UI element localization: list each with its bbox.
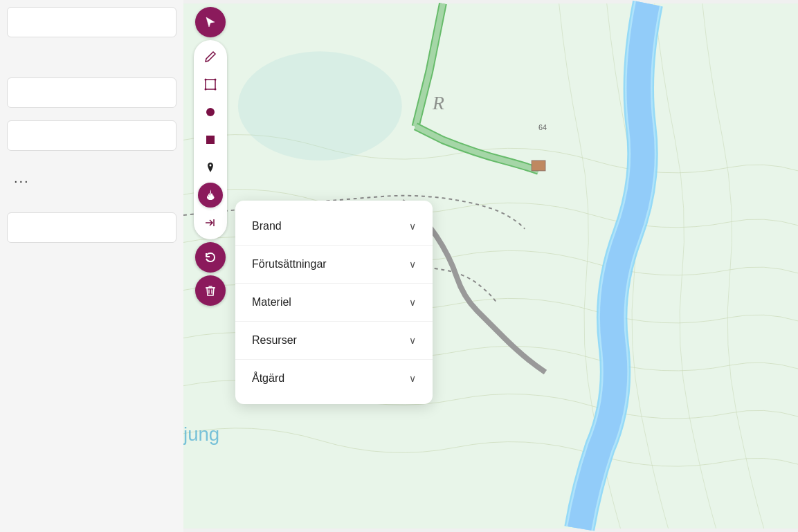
- map-area: R 64 jung: [183, 0, 798, 532]
- dropdown-item-label-forutsattningar: Förutsättningar: [252, 258, 327, 270]
- sidebar-input-2[interactable]: [7, 77, 176, 108]
- pin-tool-button[interactable]: [198, 155, 223, 180]
- polygon-tool-button[interactable]: [198, 72, 223, 97]
- sidebar: ...: [0, 0, 183, 532]
- dropdown-chevron-materiel: ∨: [409, 297, 416, 308]
- dropdown-chevron-atgard: ∨: [409, 373, 416, 384]
- dropdown-item-label-brand: Brand: [252, 220, 282, 232]
- pencil-tool-button[interactable]: [198, 44, 223, 69]
- svg-point-7: [205, 79, 207, 81]
- svg-point-11: [206, 108, 215, 116]
- fire-tool-button[interactable]: [198, 183, 223, 208]
- svg-point-8: [215, 79, 217, 81]
- dropdown-item-resurser[interactable]: Resurser∨: [235, 322, 433, 360]
- dropdown-item-forutsattningar[interactable]: Förutsättningar∨: [235, 246, 433, 284]
- svg-point-2: [238, 51, 402, 160]
- dropdown-item-label-materiel: Materiel: [252, 296, 291, 309]
- dropdown-item-label-resurser: Resurser: [252, 334, 297, 347]
- delete-button[interactable]: [195, 275, 226, 306]
- toolbar: [194, 7, 227, 306]
- svg-rect-12: [206, 136, 215, 144]
- dropdown-chevron-brand: ∨: [409, 221, 416, 232]
- svg-point-10: [215, 89, 217, 91]
- sidebar-input-5[interactable]: [7, 212, 176, 243]
- svg-text:R: R: [432, 92, 444, 113]
- dropdown-chevron-resurser: ∨: [409, 335, 416, 346]
- sidebar-input-1[interactable]: [7, 7, 176, 37]
- dropdown-chevron-forutsattningar: ∨: [409, 259, 416, 270]
- dropdown-item-materiel[interactable]: Materiel∨: [235, 284, 433, 322]
- dropdown-item-atgard[interactable]: Åtgärd∨: [235, 360, 433, 397]
- svg-point-9: [205, 89, 207, 91]
- cursor-tool-button[interactable]: [195, 7, 226, 37]
- svg-rect-6: [206, 80, 215, 89]
- square-tool-button[interactable]: [198, 127, 223, 152]
- toolbar-group: [194, 40, 227, 239]
- dropdown-item-label-atgard: Åtgärd: [252, 372, 284, 385]
- circle-tool-button[interactable]: [198, 100, 223, 125]
- sidebar-input-3[interactable]: [7, 120, 176, 151]
- svg-rect-1: [532, 160, 545, 171]
- undo-button[interactable]: [195, 242, 226, 273]
- svg-text:jung: jung: [183, 423, 219, 445]
- import-tool-button[interactable]: [198, 210, 223, 235]
- sidebar-more-button[interactable]: ...: [7, 163, 176, 193]
- dropdown-item-brand[interactable]: Brand∨: [235, 208, 433, 246]
- dropdown-panel: Brand∨Förutsättningar∨Materiel∨Resurser∨…: [235, 201, 433, 404]
- svg-text:64: 64: [538, 123, 547, 131]
